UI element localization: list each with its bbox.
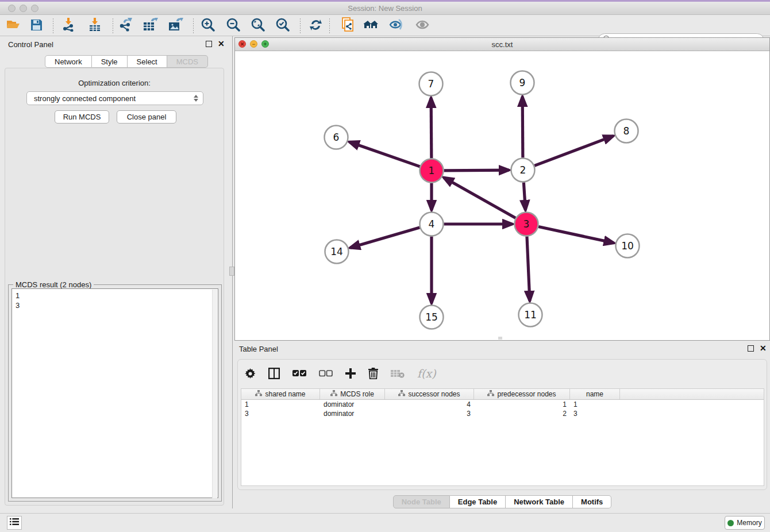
network-canvas[interactable]: 1234678910111415 xyxy=(235,51,769,340)
chevron-up-down-icon xyxy=(194,95,198,102)
memory-button[interactable]: Memory xyxy=(725,516,765,530)
graph-node-label: 1 xyxy=(429,165,435,176)
tab-network-table[interactable]: Network Table xyxy=(506,495,573,508)
tab-edge-table[interactable]: Edge Table xyxy=(450,495,506,508)
graph-node-6[interactable]: 6 xyxy=(325,126,348,149)
graph-node-label: 4 xyxy=(429,218,435,230)
column-header-successor-nodes[interactable]: successor nodes xyxy=(385,389,474,399)
run-mcds-button[interactable]: Run MCDS xyxy=(55,110,109,124)
float-panel-icon[interactable] xyxy=(748,345,754,352)
delete-icon[interactable] xyxy=(368,368,378,379)
graph-edge-2-8[interactable] xyxy=(534,136,613,166)
save-session-button[interactable] xyxy=(26,18,46,34)
graph-edge-2-9[interactable] xyxy=(522,97,523,157)
column-header-shared-name[interactable]: shared name xyxy=(241,389,320,399)
tab-select[interactable]: Select xyxy=(128,55,167,68)
zoom-out-button[interactable] xyxy=(224,18,243,34)
graph-node-7[interactable]: 7 xyxy=(419,72,443,96)
mcds-result-textarea[interactable]: 13 xyxy=(11,288,218,498)
table-panel-title: Table Panel xyxy=(239,345,278,353)
graph-node-3[interactable]: 3 xyxy=(515,213,538,236)
graph-edge-3-1[interactable] xyxy=(444,178,515,218)
graph-node-11[interactable]: 11 xyxy=(519,303,542,327)
add-column-icon[interactable] xyxy=(345,368,356,379)
graph-node-10[interactable]: 10 xyxy=(616,234,640,258)
graph-node-4[interactable]: 4 xyxy=(420,213,444,236)
split-pane-icon[interactable] xyxy=(268,368,280,379)
graph-node-1[interactable]: 1 xyxy=(420,159,444,183)
close-panel-icon[interactable]: ✕ xyxy=(218,41,225,47)
clone-network-button[interactable] xyxy=(338,18,357,34)
export-image-button[interactable] xyxy=(166,18,186,34)
tab-mcds[interactable]: MCDS xyxy=(167,55,208,68)
table-panel-body: f(x) shared nameMCDS rolesuccessor nodes… xyxy=(237,359,767,490)
tab-motifs[interactable]: Motifs xyxy=(573,495,611,508)
table-cell[interactable]: 3 xyxy=(385,410,474,418)
tab-style[interactable]: Style xyxy=(92,55,128,68)
table-cell[interactable]: dominator xyxy=(320,400,385,408)
float-panel-icon[interactable] xyxy=(206,41,212,47)
zoom-in-button[interactable] xyxy=(198,18,218,34)
session-title: Session: New Session xyxy=(0,4,770,13)
criterion-dropdown[interactable]: strongly connected component xyxy=(26,91,203,105)
zoom-fit-button[interactable] xyxy=(248,18,268,34)
open-session-button[interactable] xyxy=(3,18,23,34)
graph-edge-3-10[interactable] xyxy=(538,227,614,243)
panel-divider-grip[interactable] xyxy=(229,267,234,276)
tab-network[interactable]: Network xyxy=(45,55,92,68)
table-cell[interactable]: 4 xyxy=(385,400,474,408)
network-window-titlebar[interactable]: ✕ − + scc.txt xyxy=(235,38,769,51)
table-row[interactable]: 1dominator411 xyxy=(241,400,764,409)
close-panel-icon[interactable]: ✕ xyxy=(760,345,767,352)
table-cell[interactable]: 3 xyxy=(241,410,320,418)
table-cell[interactable]: 1 xyxy=(570,400,620,408)
table-cell[interactable]: 1 xyxy=(474,400,570,408)
result-line: 3 xyxy=(16,300,218,310)
graph-node-8[interactable]: 8 xyxy=(615,119,638,143)
graph-edge-2-3[interactable] xyxy=(523,182,525,210)
tab-node-table[interactable]: Node Table xyxy=(393,495,450,508)
table-row[interactable]: 3dominator323 xyxy=(241,409,764,418)
table-cell[interactable]: 3 xyxy=(570,410,620,418)
import-network-button[interactable] xyxy=(59,18,78,34)
close-panel-button[interactable]: Close panel xyxy=(117,110,176,124)
select-all-icon[interactable] xyxy=(292,370,306,377)
table-cell[interactable]: 2 xyxy=(474,410,570,418)
optimization-criterion-label: Optimization criterion: xyxy=(5,79,224,87)
task-history-button[interactable] xyxy=(7,516,22,530)
graph-node-9[interactable]: 9 xyxy=(511,71,534,95)
graph-edge-3-11[interactable] xyxy=(527,236,530,300)
graph-edge-4-14[interactable] xyxy=(351,228,420,248)
table-cell[interactable]: dominator xyxy=(320,410,385,418)
column-header-predecessor-nodes[interactable]: predecessor nodes xyxy=(474,389,570,399)
result-scrollbar[interactable] xyxy=(212,290,217,498)
first-neighbors-icon xyxy=(364,19,380,33)
export-table-button[interactable] xyxy=(141,18,160,34)
table-cell[interactable]: 1 xyxy=(241,400,320,408)
column-header-MCDS-role[interactable]: MCDS role xyxy=(320,389,385,399)
import-table-button[interactable] xyxy=(85,18,105,34)
show-all-button[interactable] xyxy=(413,18,432,34)
first-neighbors-button[interactable] xyxy=(362,18,382,34)
graph-node-label: 3 xyxy=(523,218,530,230)
graph-node-14[interactable]: 14 xyxy=(325,240,349,264)
graph-edge-1-7[interactable] xyxy=(431,98,432,158)
deselect-all-icon[interactable] xyxy=(319,370,333,377)
graph-edge-1-2[interactable] xyxy=(444,170,509,171)
network-view-window: ✕ − + scc.txt 1234678910111415 xyxy=(234,37,770,341)
mcds-panel-body: Optimization criterion: strongly connect… xyxy=(5,68,224,506)
canvas-resize-grip[interactable] xyxy=(498,337,502,340)
node-table[interactable]: shared nameMCDS rolesuccessor nodesprede… xyxy=(241,388,764,486)
export-table-icon xyxy=(143,18,158,34)
delete-table-icon[interactable] xyxy=(391,369,405,378)
export-network-button[interactable] xyxy=(116,18,136,34)
graph-edge-1-6[interactable] xyxy=(349,142,420,167)
graph-node-15[interactable]: 15 xyxy=(420,306,444,329)
refresh-button[interactable] xyxy=(306,18,325,34)
hide-selected-button[interactable] xyxy=(387,18,406,34)
zoom-selected-button[interactable] xyxy=(273,18,292,34)
function-builder-icon[interactable]: f(x) xyxy=(417,367,436,380)
graph-node-2[interactable]: 2 xyxy=(511,159,535,182)
column-header-name[interactable]: name xyxy=(570,389,620,399)
gear-icon[interactable] xyxy=(245,368,256,379)
